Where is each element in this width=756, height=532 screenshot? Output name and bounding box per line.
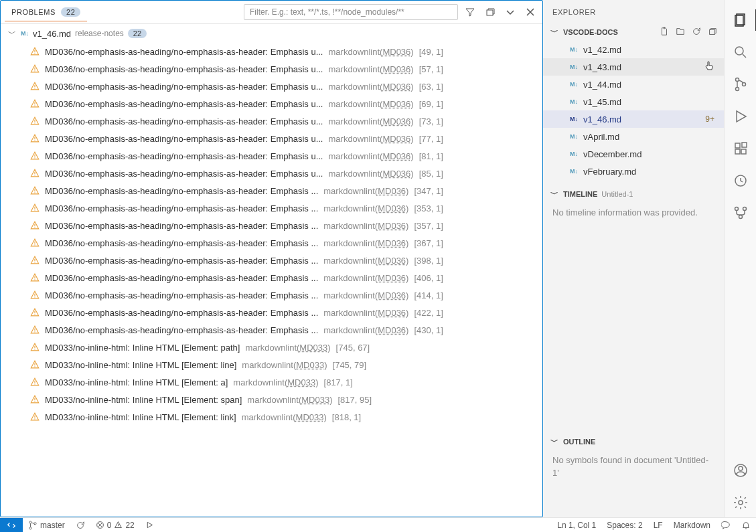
new-folder-icon[interactable] — [676, 27, 685, 37]
outline-title: OUTLINE — [563, 438, 595, 446]
activity-source-control[interactable] — [725, 70, 757, 99]
problem-location: [73, 1] — [419, 116, 443, 126]
warning-icon — [30, 308, 40, 317]
file-item[interactable]: M↓vApril.md — [543, 128, 724, 145]
problem-row[interactable]: MD036/no-emphasis-as-heading/no-emphasis… — [3, 60, 542, 78]
activity-github[interactable] — [725, 198, 757, 228]
problem-row[interactable]: MD033/no-inline-html: Inline HTML [Eleme… — [3, 339, 542, 356]
status-branch-name: master — [40, 521, 65, 530]
problem-row[interactable]: MD036/no-emphasis-as-heading/no-emphasis… — [3, 147, 542, 165]
activity-search[interactable] — [725, 37, 757, 67]
problem-row[interactable]: MD036/no-emphasis-as-heading/no-emphasis… — [3, 78, 542, 95]
warning-icon — [30, 360, 40, 369]
svg-point-42 — [29, 527, 31, 529]
status-bell-icon[interactable] — [736, 518, 756, 532]
status-feedback-icon[interactable] — [716, 518, 736, 532]
problem-location: [817, 1] — [324, 377, 353, 387]
problem-row[interactable]: MD036/no-emphasis-as-heading/no-emphasis… — [3, 234, 542, 252]
new-file-icon[interactable] — [660, 27, 669, 37]
panel-tabbar: PROBLEMS 22 — [1, 1, 542, 24]
status-language[interactable]: Markdown — [668, 518, 716, 532]
problem-row[interactable]: MD036/no-emphasis-as-heading/no-emphasis… — [3, 321, 542, 339]
file-item[interactable]: M↓vJanuary.md — [543, 180, 724, 185]
problems-list[interactable]: MD036/no-emphasis-as-heading/no-emphasis… — [1, 43, 542, 517]
problem-source: markdownlint(MD033) — [242, 412, 327, 422]
problem-row[interactable]: MD036/no-emphasis-as-heading/no-emphasis… — [3, 269, 542, 286]
status-eol[interactable]: LF — [648, 518, 668, 532]
problem-row[interactable]: MD036/no-emphasis-as-heading/no-emphasis… — [3, 304, 542, 321]
close-icon[interactable] — [522, 4, 538, 20]
collapse-folders-icon[interactable] — [708, 27, 717, 37]
timeline-subtitle: Untitled-1 — [601, 190, 633, 198]
activity-extensions[interactable] — [725, 134, 757, 163]
activity-remote-explorer[interactable] — [725, 166, 757, 195]
timeline-title: TIMELINE — [563, 190, 597, 198]
problem-row[interactable]: MD036/no-emphasis-as-heading/no-emphasis… — [3, 217, 542, 234]
outline-body: No symbols found in document 'Untitled-1… — [543, 450, 724, 517]
tab-problems[interactable]: PROBLEMS 22 — [5, 3, 87, 21]
svg-point-27 — [735, 78, 739, 82]
problem-location: [745, 79] — [333, 360, 367, 370]
problem-source: markdownlint(MD033) — [233, 377, 318, 387]
svg-point-7 — [34, 157, 35, 158]
refresh-icon[interactable] — [692, 27, 701, 37]
file-item[interactable]: M↓v1_44.md — [543, 76, 724, 93]
file-item[interactable]: M↓v1_45.md — [543, 93, 724, 110]
svg-point-13 — [34, 262, 35, 262]
file-group-header[interactable]: ﹀ M↓ v1_46.md release-notes 22 — [1, 24, 542, 43]
filter-input[interactable] — [244, 4, 458, 20]
problem-location: [85, 1] — [419, 169, 443, 179]
problem-message: MD036/no-emphasis-as-heading/no-emphasis… — [45, 203, 318, 213]
problem-location: [367, 1] — [414, 238, 443, 248]
file-item[interactable]: M↓v1_43.md — [543, 58, 724, 76]
svg-point-15 — [34, 296, 35, 297]
status-errors: 0 — [107, 521, 112, 530]
status-problems[interactable]: 0 22 — [90, 518, 140, 532]
warning-icon — [30, 395, 40, 404]
activity-accounts[interactable] — [725, 456, 757, 485]
problem-source: markdownlint(MD036) — [323, 186, 408, 196]
problem-source: markdownlint(MD033) — [245, 343, 330, 353]
problem-row[interactable]: MD036/no-emphasis-as-heading/no-emphasis… — [3, 95, 542, 112]
outline-header[interactable]: ﹀ OUTLINE — [543, 433, 724, 450]
problem-row[interactable]: MD036/no-emphasis-as-heading/no-emphasis… — [3, 43, 542, 60]
file-item[interactable]: M↓vFebruary.md — [543, 163, 724, 180]
problem-row[interactable]: MD033/no-inline-html: Inline HTML [Eleme… — [3, 391, 542, 408]
activity-explorer[interactable] — [725, 5, 757, 35]
folder-section-header[interactable]: ﹀ VSCODE-DOCS — [543, 23, 724, 41]
svg-point-10 — [34, 209, 35, 210]
problem-row[interactable]: MD033/no-inline-html: Inline HTML [Eleme… — [3, 373, 542, 391]
chevron-down-icon[interactable] — [502, 4, 518, 20]
problem-message: MD036/no-emphasis-as-heading/no-emphasis… — [45, 221, 318, 231]
svg-point-20 — [34, 383, 35, 384]
problem-message: MD036/no-emphasis-as-heading/no-emphasis… — [45, 99, 323, 109]
status-run-icon[interactable] — [140, 518, 159, 532]
activity-run[interactable] — [725, 102, 757, 131]
status-sync[interactable] — [70, 518, 90, 532]
file-tree[interactable]: M↓v1_42.mdM↓v1_43.mdM↓v1_44.mdM↓v1_45.md… — [543, 41, 724, 185]
problem-row[interactable]: MD036/no-emphasis-as-heading/no-emphasis… — [3, 112, 542, 130]
timeline-header[interactable]: ﹀ TIMELINE Untitled-1 — [543, 185, 724, 203]
file-item[interactable]: M↓v1_46.md9+ — [543, 110, 724, 128]
problem-row[interactable]: MD033/no-inline-html: Inline HTML [Eleme… — [3, 408, 542, 426]
problem-row[interactable]: MD036/no-emphasis-as-heading/no-emphasis… — [3, 199, 542, 217]
problem-row[interactable]: MD033/no-inline-html: Inline HTML [Eleme… — [3, 356, 542, 373]
file-item[interactable]: M↓vDecember.md — [543, 145, 724, 163]
warning-icon — [30, 273, 40, 282]
status-remote[interactable] — [0, 518, 23, 532]
activity-settings[interactable] — [725, 488, 757, 517]
status-position[interactable]: Ln 1, Col 1 — [552, 518, 601, 532]
problem-row[interactable]: MD036/no-emphasis-as-heading/no-emphasis… — [3, 165, 542, 182]
problem-message: MD033/no-inline-html: Inline HTML [Eleme… — [45, 412, 236, 422]
filter-icon[interactable] — [462, 4, 478, 20]
problem-source: markdownlint(MD036) — [323, 238, 408, 248]
status-branch[interactable]: master — [23, 518, 70, 532]
file-item[interactable]: M↓v1_42.md — [543, 41, 724, 58]
status-spaces[interactable]: Spaces: 2 — [601, 518, 648, 532]
collapse-all-icon[interactable] — [482, 4, 498, 20]
problem-row[interactable]: MD036/no-emphasis-as-heading/no-emphasis… — [3, 182, 542, 199]
problem-row[interactable]: MD036/no-emphasis-as-heading/no-emphasis… — [3, 252, 542, 269]
problem-row[interactable]: MD036/no-emphasis-as-heading/no-emphasis… — [3, 286, 542, 304]
problem-location: [398, 1] — [414, 256, 443, 266]
problem-row[interactable]: MD036/no-emphasis-as-heading/no-emphasis… — [3, 130, 542, 147]
